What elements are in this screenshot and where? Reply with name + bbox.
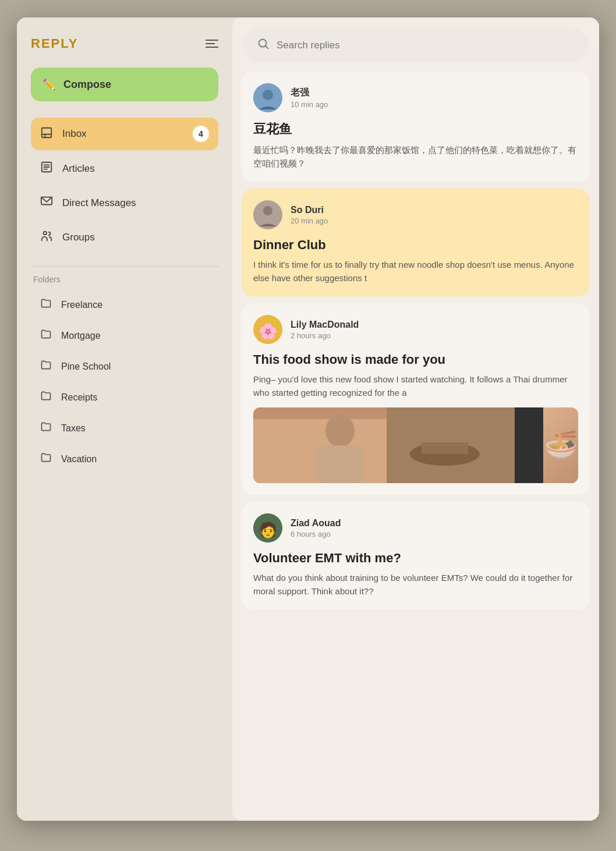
main-content: 老强 10 min ago 豆花鱼 最近忙吗？昨晚我去了你最喜爱的那家饭馆，点了… [232,17,599,821]
messages-list: 老强 10 min ago 豆花鱼 最近忙吗？昨晚我去了你最喜爱的那家饭馆，点了… [232,62,599,619]
folders-label: Folders [31,275,218,284]
folder-item-receipts[interactable]: Receipts [31,382,218,412]
svg-rect-23 [422,442,468,454]
sidebar-item-direct-messages[interactable]: Direct Messages [31,187,218,219]
message-card[interactable]: 🧑 Ziad Aouad 6 hours ago Volunteer EMT w… [242,502,590,609]
search-bar [243,28,589,62]
folder-item-freelance[interactable]: Freelance [31,290,218,320]
svg-rect-0 [42,127,52,137]
message-header: 老强 10 min ago [253,83,578,112]
avatar: 🌸 [253,315,282,344]
svg-text:🧑: 🧑 [259,520,278,539]
message-title: This food show is made for you [253,352,578,367]
message-preview: What do you think about training to be v… [253,572,578,598]
message-header: 🌸 Lily MacDonald 2 hours ago [253,315,578,344]
folders-divider [31,266,218,267]
svg-point-8 [44,232,47,235]
folder-item-pine-school[interactable]: Pine School [31,352,218,381]
folder-label: Freelance [61,300,102,310]
message-preview: 最近忙吗？昨晚我去了你最喜爱的那家饭馆，点了他们的特色菜，吃着就想你了。有空咱们… [253,144,578,170]
sender-name: Lily MacDonald [291,320,359,330]
groups-label: Groups [62,232,95,243]
avatar: 🧑 [253,513,282,542]
folder-label: Taxes [61,423,86,434]
sidebar-header: REPLY [31,36,218,51]
sidebar-item-inbox[interactable]: Inbox 4 [31,118,218,150]
inbox-icon [40,126,53,142]
inbox-badge: 4 [193,126,209,142]
folder-label: Receipts [61,392,97,403]
avatar [253,200,282,229]
message-card[interactable]: 老强 10 min ago 豆花鱼 最近忙吗？昨晚我去了你最喜爱的那家饭馆，点了… [242,72,590,182]
folder-item-taxes[interactable]: Taxes [31,413,218,443]
folder-label: Vacation [61,454,97,464]
sidebar-item-articles[interactable]: Articles [31,153,218,185]
svg-point-12 [263,90,273,100]
hamburger-menu-icon[interactable] [206,40,218,48]
sender-time: 20 min ago [291,217,328,225]
svg-rect-21 [317,445,363,483]
search-icon [257,37,270,53]
svg-point-20 [325,414,355,447]
food-image [253,407,578,483]
folder-icon [40,297,52,312]
message-card[interactable]: 🌸 Lily MacDonald 2 hours ago This food s… [242,303,590,495]
folder-label: Pine School [61,361,111,372]
folder-icon [40,421,52,435]
sender-info: Ziad Aouad 6 hours ago [291,518,341,538]
folder-item-vacation[interactable]: Vacation [31,444,218,474]
sidebar: REPLY ✏️ Compose Inbox 4 [17,17,232,821]
folder-icon [40,390,52,405]
message-image [253,407,578,483]
svg-text:🌸: 🌸 [259,322,278,341]
message-preview: Ping– you'd love this new food show I st… [253,373,578,399]
sender-info: So Duri 20 min ago [291,205,328,225]
message-header: So Duri 20 min ago [253,200,578,229]
pencil-icon: ✏️ [43,78,55,91]
message-card[interactable]: So Duri 20 min ago Dinner Club I think i… [242,189,590,296]
app-window: REPLY ✏️ Compose Inbox 4 [17,17,599,821]
app-logo: REPLY [31,36,78,51]
compose-label: Compose [63,79,111,91]
sender-name: 老强 [291,87,328,99]
sidebar-item-groups[interactable]: Groups [31,221,218,253]
sender-info: Lily MacDonald 2 hours ago [291,320,359,340]
folder-icon [40,452,52,466]
svg-point-14 [263,206,272,215]
svg-line-10 [265,46,268,48]
folder-icon [40,328,52,343]
groups-icon [40,229,53,245]
dm-icon [40,195,53,211]
sender-time: 6 hours ago [291,530,341,538]
articles-label: Articles [62,163,95,175]
message-preview: I think it's time for us to finally try … [253,258,578,285]
avatar [253,83,282,112]
folder-item-mortgage[interactable]: Mortgage [31,321,218,350]
dm-label: Direct Messages [62,197,136,209]
message-header: 🧑 Ziad Aouad 6 hours ago [253,513,578,542]
folder-label: Mortgage [61,331,101,341]
articles-icon [40,161,53,176]
message-title: Volunteer EMT with me? [253,551,578,566]
message-title: 豆花鱼 [253,120,578,138]
sender-name: So Duri [291,205,328,215]
inbox-label: Inbox [62,128,87,140]
sender-time: 2 hours ago [291,331,359,340]
compose-button[interactable]: ✏️ Compose [31,68,218,101]
message-title: Dinner Club [253,237,578,253]
sender-name: Ziad Aouad [291,518,341,529]
folder-icon [40,359,52,374]
svg-rect-24 [515,407,543,483]
sender-time: 10 min ago [291,100,328,109]
search-input[interactable] [277,40,575,51]
sender-info: 老强 10 min ago [291,87,328,109]
